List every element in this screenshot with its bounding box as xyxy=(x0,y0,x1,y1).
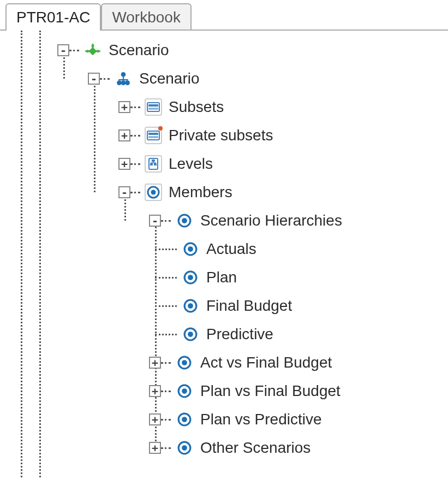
member-icon xyxy=(175,382,194,400)
member-icon xyxy=(181,297,200,315)
member-icon xyxy=(175,353,194,372)
member-icon xyxy=(181,240,200,258)
tree-node-scenario-group[interactable]: - Scenario xyxy=(0,64,448,93)
tree-label: Scenario xyxy=(139,70,200,87)
tree-view: - Scenario - Scenario + Subsets + P xyxy=(0,31,448,462)
subset-icon xyxy=(145,127,162,144)
tree-node-plan-vs-predictive[interactable]: + Plan vs Predictive xyxy=(0,405,448,434)
tree-node-other-scenarios[interactable]: + Other Scenarios xyxy=(0,434,448,462)
tab-ptr01-ac[interactable]: PTR01-AC xyxy=(5,3,101,31)
tree-node-plan[interactable]: Plan xyxy=(0,263,448,292)
tree-label: Members xyxy=(169,184,232,201)
tree-label: Actuals xyxy=(206,240,256,258)
private-badge-icon xyxy=(158,126,163,131)
member-icon xyxy=(175,211,194,230)
tree-node-levels[interactable]: + Levels xyxy=(0,150,448,178)
tree-node-plan-vs-final-budget[interactable]: + Plan vs Final Budget xyxy=(0,377,448,405)
toggle-collapse[interactable]: - xyxy=(57,44,69,56)
tree-label: Plan xyxy=(206,269,237,286)
tree-label: Scenario xyxy=(109,42,169,59)
member-icon xyxy=(145,184,162,201)
tree-label: Private subsets xyxy=(169,127,273,144)
tree-node-private-subsets[interactable]: + Private subsets xyxy=(0,121,448,150)
tree-node-actuals[interactable]: Actuals xyxy=(0,235,448,263)
toggle-collapse[interactable]: - xyxy=(149,215,161,227)
tree-node-predictive[interactable]: Predictive xyxy=(0,320,448,348)
toggle-expand[interactable]: + xyxy=(118,101,130,113)
toggle-collapse[interactable]: - xyxy=(118,186,130,198)
tree-node-subsets[interactable]: + Subsets xyxy=(0,93,448,121)
member-icon xyxy=(175,410,194,429)
member-icon xyxy=(175,439,194,457)
levels-icon xyxy=(145,155,162,173)
toggle-expand[interactable]: + xyxy=(149,442,161,454)
toggle-collapse[interactable]: - xyxy=(88,73,100,85)
toggle-expand[interactable]: + xyxy=(118,158,130,170)
toggle-expand[interactable]: + xyxy=(118,129,130,141)
tree-label: Scenario Hierarchies xyxy=(200,212,342,229)
tab-bar: PTR01-AC Workbook xyxy=(0,0,448,31)
tree-label: Plan vs Final Budget xyxy=(200,382,341,400)
tree-node-scenario-hierarchies[interactable]: - Scenario Hierarchies xyxy=(0,206,448,235)
toggle-expand[interactable]: + xyxy=(149,413,161,425)
dimension-icon xyxy=(83,41,102,60)
toggle-expand[interactable]: + xyxy=(149,357,161,369)
tree-label: Subsets xyxy=(169,98,224,116)
tree-node-final-budget[interactable]: Final Budget xyxy=(0,292,448,320)
toggle-expand[interactable]: + xyxy=(149,385,161,397)
member-icon xyxy=(181,268,200,287)
hierarchy-icon xyxy=(114,69,133,88)
tree-label: Plan vs Predictive xyxy=(200,411,322,428)
subset-icon xyxy=(145,98,162,116)
tree-label: Levels xyxy=(169,155,213,173)
member-icon xyxy=(181,325,200,344)
tab-workbook[interactable]: Workbook xyxy=(101,3,192,29)
tree-label: Final Budget xyxy=(206,297,292,315)
tree-node-act-vs-final-budget[interactable]: + Act vs Final Budget xyxy=(0,348,448,377)
tree-label: Other Scenarios xyxy=(200,439,310,457)
tree-node-members[interactable]: - Members xyxy=(0,178,448,206)
tree-label: Act vs Final Budget xyxy=(200,354,332,371)
tree-label: Predictive xyxy=(206,326,273,343)
tree-node-scenario-dim[interactable]: - Scenario xyxy=(0,36,448,64)
